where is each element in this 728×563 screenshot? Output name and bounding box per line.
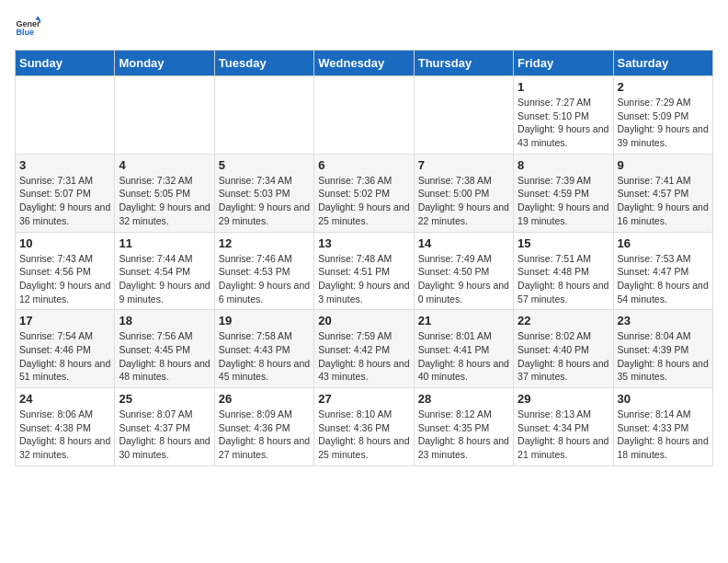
- logo-icon: General Blue: [15, 15, 40, 40]
- calendar-cell: 3Sunrise: 7:31 AM Sunset: 5:07 PM Daylig…: [16, 154, 115, 232]
- day-info: Sunrise: 7:36 AM Sunset: 5:02 PM Dayligh…: [318, 174, 409, 228]
- calendar-cell: 11Sunrise: 7:44 AM Sunset: 4:54 PM Dayli…: [115, 232, 214, 310]
- calendar-cell: 13Sunrise: 7:48 AM Sunset: 4:51 PM Dayli…: [314, 232, 414, 310]
- day-number: 13: [318, 236, 409, 250]
- day-info: Sunrise: 7:34 AM Sunset: 5:03 PM Dayligh…: [219, 174, 310, 228]
- weekday-header-row: SundayMondayTuesdayWednesdayThursdayFrid…: [16, 51, 713, 76]
- day-number: 29: [518, 392, 609, 406]
- day-number: 30: [618, 392, 709, 406]
- day-info: Sunrise: 8:04 AM Sunset: 4:39 PM Dayligh…: [618, 329, 709, 384]
- calendar-cell: 18Sunrise: 7:56 AM Sunset: 4:45 PM Dayli…: [115, 310, 214, 388]
- day-number: 25: [119, 392, 210, 406]
- calendar-cell: 1Sunrise: 7:27 AM Sunset: 5:10 PM Daylig…: [514, 76, 613, 155]
- calendar-cell: 14Sunrise: 7:49 AM Sunset: 4:50 PM Dayli…: [414, 232, 513, 310]
- svg-text:Blue: Blue: [16, 28, 34, 37]
- page-header: General Blue: [15, 15, 713, 40]
- day-number: 14: [418, 236, 509, 250]
- calendar-week-row: 1Sunrise: 7:27 AM Sunset: 5:10 PM Daylig…: [16, 76, 713, 155]
- calendar-cell: 8Sunrise: 7:39 AM Sunset: 4:59 PM Daylig…: [514, 154, 613, 232]
- calendar-cell: 6Sunrise: 7:36 AM Sunset: 5:02 PM Daylig…: [314, 154, 414, 232]
- day-info: Sunrise: 8:02 AM Sunset: 4:40 PM Dayligh…: [518, 329, 609, 384]
- calendar-cell: [214, 76, 313, 155]
- day-info: Sunrise: 7:38 AM Sunset: 5:00 PM Dayligh…: [418, 174, 509, 228]
- weekday-header-thursday: Thursday: [414, 51, 513, 76]
- day-info: Sunrise: 7:53 AM Sunset: 4:47 PM Dayligh…: [618, 252, 709, 306]
- calendar-cell: 20Sunrise: 7:59 AM Sunset: 4:42 PM Dayli…: [314, 310, 414, 388]
- calendar-cell: 24Sunrise: 8:06 AM Sunset: 4:38 PM Dayli…: [16, 388, 115, 466]
- day-info: Sunrise: 7:48 AM Sunset: 4:51 PM Dayligh…: [318, 252, 409, 306]
- calendar-cell: 5Sunrise: 7:34 AM Sunset: 5:03 PM Daylig…: [214, 154, 313, 232]
- calendar-cell: 28Sunrise: 8:12 AM Sunset: 4:35 PM Dayli…: [414, 388, 513, 466]
- calendar-cell: 17Sunrise: 7:54 AM Sunset: 4:46 PM Dayli…: [16, 310, 115, 388]
- day-number: 16: [618, 236, 709, 250]
- calendar-cell: 26Sunrise: 8:09 AM Sunset: 4:36 PM Dayli…: [214, 388, 313, 466]
- calendar-cell: 4Sunrise: 7:32 AM Sunset: 5:05 PM Daylig…: [115, 154, 214, 232]
- calendar-cell: 16Sunrise: 7:53 AM Sunset: 4:47 PM Dayli…: [613, 232, 712, 310]
- day-number: 5: [219, 158, 310, 172]
- svg-text:General: General: [16, 19, 40, 29]
- day-info: Sunrise: 7:51 AM Sunset: 4:48 PM Dayligh…: [518, 252, 609, 306]
- calendar-cell: 21Sunrise: 8:01 AM Sunset: 4:41 PM Dayli…: [414, 310, 513, 388]
- calendar-week-row: 10Sunrise: 7:43 AM Sunset: 4:56 PM Dayli…: [16, 232, 713, 310]
- day-number: 19: [219, 314, 310, 327]
- day-number: 20: [318, 314, 409, 327]
- day-info: Sunrise: 7:56 AM Sunset: 4:45 PM Dayligh…: [119, 329, 210, 384]
- day-number: 1: [518, 80, 609, 94]
- day-info: Sunrise: 7:59 AM Sunset: 4:42 PM Dayligh…: [318, 329, 409, 384]
- day-info: Sunrise: 7:29 AM Sunset: 5:09 PM Dayligh…: [618, 96, 709, 150]
- calendar-cell: [16, 76, 115, 155]
- day-info: Sunrise: 8:14 AM Sunset: 4:33 PM Dayligh…: [618, 408, 709, 462]
- day-number: 28: [418, 392, 509, 406]
- day-info: Sunrise: 8:09 AM Sunset: 4:36 PM Dayligh…: [219, 408, 310, 462]
- day-number: 23: [618, 314, 709, 327]
- day-number: 12: [219, 236, 310, 250]
- day-info: Sunrise: 7:41 AM Sunset: 4:57 PM Dayligh…: [618, 174, 709, 228]
- day-info: Sunrise: 7:46 AM Sunset: 4:53 PM Dayligh…: [219, 252, 310, 306]
- calendar-cell: 15Sunrise: 7:51 AM Sunset: 4:48 PM Dayli…: [514, 232, 613, 310]
- day-info: Sunrise: 7:58 AM Sunset: 4:43 PM Dayligh…: [219, 329, 310, 384]
- day-info: Sunrise: 8:10 AM Sunset: 4:36 PM Dayligh…: [318, 408, 409, 462]
- day-info: Sunrise: 7:27 AM Sunset: 5:10 PM Dayligh…: [518, 96, 609, 150]
- calendar-cell: [414, 76, 513, 155]
- calendar-week-row: 3Sunrise: 7:31 AM Sunset: 5:07 PM Daylig…: [16, 154, 713, 232]
- logo: General Blue: [15, 15, 44, 40]
- day-info: Sunrise: 7:39 AM Sunset: 4:59 PM Dayligh…: [518, 174, 609, 228]
- day-number: 10: [19, 236, 110, 250]
- calendar-table: SundayMondayTuesdayWednesdayThursdayFrid…: [15, 50, 713, 466]
- weekday-header-monday: Monday: [115, 51, 214, 76]
- day-number: 7: [418, 158, 509, 172]
- svg-marker-2: [35, 16, 40, 19]
- day-info: Sunrise: 8:12 AM Sunset: 4:35 PM Dayligh…: [418, 408, 509, 462]
- calendar-cell: [115, 76, 214, 155]
- calendar-cell: 7Sunrise: 7:38 AM Sunset: 5:00 PM Daylig…: [414, 154, 513, 232]
- day-info: Sunrise: 7:44 AM Sunset: 4:54 PM Dayligh…: [119, 252, 210, 306]
- calendar-cell: 23Sunrise: 8:04 AM Sunset: 4:39 PM Dayli…: [613, 310, 712, 388]
- calendar-cell: [314, 76, 414, 155]
- calendar-cell: 10Sunrise: 7:43 AM Sunset: 4:56 PM Dayli…: [16, 232, 115, 310]
- day-number: 15: [518, 236, 609, 250]
- day-number: 6: [318, 158, 409, 172]
- weekday-header-friday: Friday: [514, 51, 613, 76]
- day-info: Sunrise: 8:13 AM Sunset: 4:34 PM Dayligh…: [518, 408, 609, 462]
- calendar-cell: 25Sunrise: 8:07 AM Sunset: 4:37 PM Dayli…: [115, 388, 214, 466]
- day-number: 17: [19, 314, 110, 327]
- day-number: 27: [318, 392, 409, 406]
- calendar-week-row: 24Sunrise: 8:06 AM Sunset: 4:38 PM Dayli…: [16, 388, 713, 466]
- day-info: Sunrise: 7:32 AM Sunset: 5:05 PM Dayligh…: [119, 174, 210, 228]
- day-number: 9: [618, 158, 709, 172]
- calendar-cell: 30Sunrise: 8:14 AM Sunset: 4:33 PM Dayli…: [613, 388, 712, 466]
- day-info: Sunrise: 7:49 AM Sunset: 4:50 PM Dayligh…: [418, 252, 509, 306]
- weekday-header-wednesday: Wednesday: [314, 51, 414, 76]
- day-info: Sunrise: 7:31 AM Sunset: 5:07 PM Dayligh…: [19, 174, 110, 228]
- day-number: 18: [119, 314, 210, 327]
- calendar-cell: 27Sunrise: 8:10 AM Sunset: 4:36 PM Dayli…: [314, 388, 414, 466]
- calendar-cell: 19Sunrise: 7:58 AM Sunset: 4:43 PM Dayli…: [214, 310, 313, 388]
- day-number: 2: [618, 80, 709, 94]
- calendar-cell: 2Sunrise: 7:29 AM Sunset: 5:09 PM Daylig…: [613, 76, 712, 155]
- day-info: Sunrise: 7:43 AM Sunset: 4:56 PM Dayligh…: [19, 252, 110, 306]
- day-number: 11: [119, 236, 210, 250]
- day-info: Sunrise: 7:54 AM Sunset: 4:46 PM Dayligh…: [19, 329, 110, 384]
- calendar-cell: 22Sunrise: 8:02 AM Sunset: 4:40 PM Dayli…: [514, 310, 613, 388]
- weekday-header-tuesday: Tuesday: [214, 51, 313, 76]
- day-number: 3: [19, 158, 110, 172]
